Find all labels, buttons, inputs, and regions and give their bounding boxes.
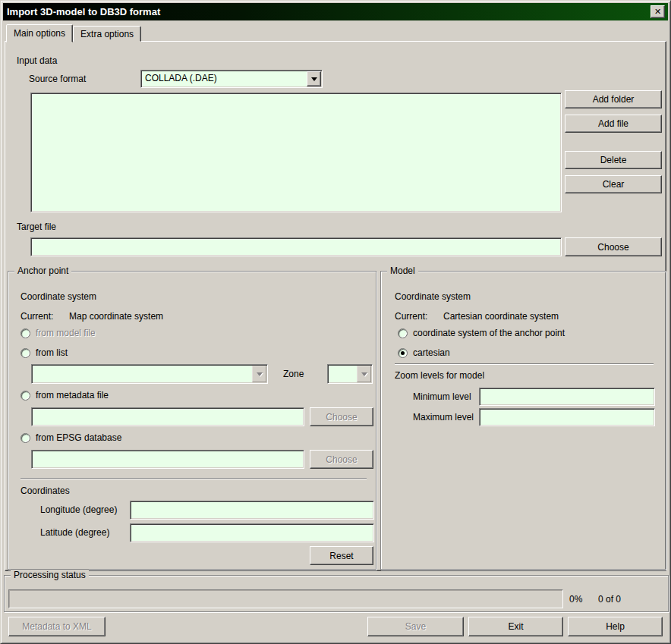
help-button[interactable]: Help (568, 617, 663, 636)
coordinate-system-list-select (31, 364, 268, 384)
radio-circle-icon[interactable] (20, 391, 30, 401)
separator (20, 478, 367, 479)
epsg-input[interactable] (31, 450, 304, 469)
latitude-label: Latitude (degree) (40, 527, 109, 538)
anchor-current-value: Map coordinate system (69, 311, 163, 322)
latitude-input[interactable] (130, 523, 374, 542)
source-format-value: COLLADA (.DAE) (141, 71, 306, 87)
zoom-levels-label: Zoom levels for model (395, 370, 484, 381)
zone-value (328, 365, 356, 383)
target-choose-button[interactable]: Choose (565, 237, 662, 256)
anchor-coordinate-system-label: Coordinate system (20, 291, 96, 302)
add-folder-button[interactable]: Add folder (565, 90, 662, 108)
processing-status-group: Processing status 0% 0 of 0 (4, 575, 669, 612)
tab-label: Extra options (80, 29, 134, 39)
radio-label: cartesian (413, 347, 450, 358)
exit-button[interactable]: Exit (468, 617, 563, 636)
delete-button[interactable]: Delete (565, 151, 662, 169)
title-bar[interactable]: Import 3D-model to DB3D format ✕ (3, 3, 668, 20)
progress-bar (8, 589, 563, 608)
anchor-point-group: Anchor point Coordinate system Current: … (8, 271, 376, 570)
radio-label: from metadata file (36, 390, 109, 401)
separator (395, 363, 654, 365)
radio-from-epsg-database[interactable]: from EPSG database (20, 432, 121, 443)
metadata-file-input[interactable] (31, 407, 304, 426)
target-file-label: Target file (17, 221, 56, 232)
reset-button[interactable]: Reset (310, 546, 373, 565)
radio-circle-icon (20, 328, 30, 338)
progress-count: 0 of 0 (598, 594, 621, 605)
tab-bar: Main options Extra options (6, 24, 141, 42)
chevron-down-icon (252, 366, 266, 382)
longitude-label: Longitude (degree) (40, 504, 117, 515)
clear-button[interactable]: Clear (565, 175, 662, 193)
coordinates-label: Coordinates (20, 485, 70, 496)
close-button[interactable]: ✕ (651, 5, 665, 18)
source-format-label: Source format (29, 74, 86, 84)
model-current-value: Cartesian coordinate system (443, 311, 559, 322)
radio-circle-icon[interactable] (20, 348, 30, 358)
tab-extra-options[interactable]: Extra options (73, 26, 141, 42)
tab-label: Main options (14, 28, 65, 39)
zone-select (327, 364, 373, 384)
metadata-to-xml-button: Metadata to XML (8, 617, 106, 636)
add-file-button[interactable]: Add file (565, 115, 662, 133)
chevron-down-icon (357, 366, 371, 382)
radio-circle-icon[interactable] (398, 328, 408, 338)
radio-anchor-point-coordinate-system[interactable]: coordinate system of the anchor point (398, 328, 565, 338)
coordinate-system-list-value (32, 365, 251, 383)
chevron-down-icon[interactable] (307, 71, 321, 86)
close-icon: ✕ (654, 7, 661, 17)
dialog-window: Import 3D-model to DB3D format ✕ Main op… (0, 0, 671, 644)
radio-circle-icon[interactable] (20, 433, 30, 443)
metadata-choose-button: Choose (310, 407, 373, 426)
radio-from-list[interactable]: from list (20, 347, 68, 358)
input-data-label: Input data (17, 55, 57, 66)
longitude-input[interactable] (130, 501, 374, 520)
tab-main-options[interactable]: Main options (6, 24, 73, 42)
input-files-list[interactable] (30, 93, 562, 212)
minimum-level-label: Minimum level (413, 391, 471, 402)
radio-label: from EPSG database (36, 432, 121, 443)
radio-label: coordinate system of the anchor point (413, 328, 565, 338)
zone-label: Zone (283, 369, 304, 379)
anchor-point-group-title: Anchor point (14, 265, 71, 276)
window-title: Import 3D-model to DB3D format (7, 6, 160, 17)
radio-label: from list (36, 347, 68, 358)
minimum-level-input[interactable] (479, 388, 655, 406)
model-coordinate-system-label: Coordinate system (395, 291, 471, 302)
maximum-level-input[interactable] (479, 408, 655, 426)
model-current-label: Current: (395, 311, 427, 322)
processing-status-title: Processing status (11, 570, 89, 580)
maximum-level-label: Maximum level (413, 412, 474, 423)
model-group-title: Model (387, 265, 418, 276)
radio-from-model-file: from model file (20, 328, 96, 338)
target-file-input[interactable] (30, 237, 562, 256)
anchor-current-label: Current: (20, 311, 53, 322)
save-button: Save (367, 617, 464, 636)
model-group: Model Coordinate system Current: Cartesi… (380, 271, 666, 570)
main-options-page: Input data Source format COLLADA (.DAE) … (5, 41, 666, 571)
radio-circle-icon[interactable] (398, 348, 408, 358)
radio-cartesian[interactable]: cartesian (398, 347, 450, 358)
source-format-select[interactable]: COLLADA (.DAE) (140, 70, 323, 88)
epsg-choose-button: Choose (310, 450, 373, 469)
radio-label: from model file (36, 328, 96, 338)
radio-from-metadata-file[interactable]: from metadata file (20, 390, 109, 401)
progress-percent: 0% (569, 594, 582, 605)
